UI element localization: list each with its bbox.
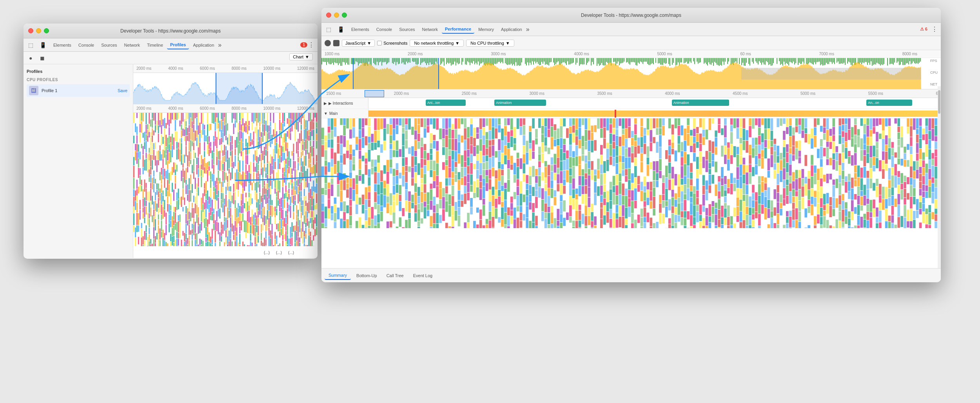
device-icon[interactable]: 📱 bbox=[38, 41, 48, 49]
bottom-tabs: Summary Bottom-Up Call Tree Event Log bbox=[321, 268, 941, 282]
interactions-content: Ani...ion Animation Animation An...on bbox=[368, 98, 941, 107]
main-expand-icon[interactable]: ▼ bbox=[324, 111, 328, 116]
main-label: ▼ Main bbox=[321, 109, 368, 118]
save-profile-btn[interactable]: Save bbox=[118, 88, 127, 93]
right-tab-elements[interactable]: Elements bbox=[348, 25, 372, 33]
tab-console[interactable]: Console bbox=[75, 41, 97, 49]
tab-profiles[interactable]: Profiles bbox=[167, 41, 189, 49]
vertical-scrollbar[interactable] bbox=[938, 86, 941, 268]
maximize-button[interactable] bbox=[44, 28, 49, 33]
right-settings-icon[interactable]: ⋮ bbox=[931, 25, 938, 33]
anim-bar-1: Ani...ion bbox=[426, 100, 466, 106]
record-btn[interactable]: ● bbox=[27, 54, 34, 62]
inspect-icon[interactable]: ⬚ bbox=[27, 41, 35, 49]
warning-badge: ⚠ 6 bbox=[917, 27, 931, 32]
right-tab-application[interactable]: Application bbox=[498, 25, 525, 33]
mark-10000: 10000 ms bbox=[263, 66, 281, 71]
left-toolbar: ● ◼ Chart ▼ bbox=[24, 52, 318, 64]
bottom-up-tab[interactable]: Bottom-Up bbox=[352, 272, 381, 280]
perf-overview: 1000 ms 2000 ms 3000 ms 4000 ms 5000 ms … bbox=[321, 50, 941, 89]
interactions-label: ▶ ▶ Interactions bbox=[321, 98, 368, 109]
sm-3000: 3000 ms bbox=[530, 91, 544, 96]
perf-stop-btn[interactable] bbox=[333, 40, 339, 46]
right-tab-performance[interactable]: Performance bbox=[442, 25, 474, 34]
sm-1500: 1500 ms bbox=[326, 91, 341, 96]
js-select[interactable]: JavaScript ▼ bbox=[342, 40, 375, 47]
network-throttle-label: No network throttling bbox=[414, 41, 454, 45]
mark-4000: 4000 ms bbox=[168, 66, 183, 71]
sm-4500: 4500 ms bbox=[733, 91, 748, 96]
mark2-10000: 10000 ms bbox=[263, 106, 281, 111]
right-minimize-button[interactable] bbox=[334, 13, 339, 18]
svg-rect-1 bbox=[32, 89, 33, 92]
right-inspect-icon[interactable]: ⬚ bbox=[325, 25, 333, 33]
call-tree-tab[interactable]: Call Tree bbox=[383, 272, 408, 280]
tab-network[interactable]: Network bbox=[121, 41, 143, 49]
tab-timeline[interactable]: Timeline bbox=[144, 41, 166, 49]
stop-btn[interactable]: ◼ bbox=[38, 54, 47, 62]
right-tab-console[interactable]: Console bbox=[373, 25, 395, 33]
left-devtools-window: Developer Tools - https://www.google.com… bbox=[24, 24, 318, 259]
scrollbar-thumb[interactable] bbox=[938, 90, 940, 114]
left-panel: Profiles CPU PROFILES Profile 1 Save bbox=[24, 64, 133, 258]
profile-icon bbox=[29, 86, 38, 95]
chart-ruler-bottom: 2000 ms 4000 ms 6000 ms 8000 ms 10000 ms… bbox=[133, 104, 318, 113]
interactions-text: ▶ Interactions bbox=[328, 101, 353, 105]
pr-3000: 3000 ms bbox=[491, 52, 506, 56]
timeline-selection-box bbox=[365, 90, 384, 97]
tab-application[interactable]: Application bbox=[190, 41, 217, 49]
event-log-tab[interactable]: Event Log bbox=[409, 272, 437, 280]
red-marker bbox=[615, 110, 616, 118]
network-throttle-select[interactable]: No network throttling ▼ bbox=[410, 40, 464, 47]
right-more-tabs[interactable]: » bbox=[526, 26, 530, 33]
main-flame-chart bbox=[321, 118, 941, 228]
cpu-throttle-select[interactable]: No CPU throttling ▼ bbox=[466, 40, 514, 47]
tab-sources[interactable]: Sources bbox=[98, 41, 120, 49]
right-devtools-window: Developer Tools - https://www.google.com… bbox=[321, 8, 941, 282]
cb-box bbox=[377, 41, 382, 45]
right-tab-sources[interactable]: Sources bbox=[396, 25, 418, 33]
summary-tab[interactable]: Summary bbox=[325, 271, 351, 280]
settings-icon[interactable]: ⋮ bbox=[308, 41, 314, 49]
mark-8000: 8000 ms bbox=[232, 66, 247, 71]
cpu-throttle-arrow: ▼ bbox=[506, 41, 510, 45]
pr-1000: 1000 ms bbox=[325, 52, 339, 56]
perf-record-btn[interactable] bbox=[325, 40, 331, 46]
svg-rect-3 bbox=[34, 90, 34, 92]
tab-elements[interactable]: Elements bbox=[50, 41, 74, 49]
js-select-label: JavaScript bbox=[345, 41, 365, 45]
screenshots-checkbox[interactable]: Screenshots bbox=[377, 41, 407, 45]
chart-area: 2000 ms 4000 ms 6000 ms 8000 ms 10000 ms… bbox=[133, 64, 318, 258]
mark2-6000: 6000 ms bbox=[200, 106, 215, 111]
main-text: Main bbox=[329, 111, 338, 116]
interactions-track-row: ▶ ▶ Interactions Ani...ion Animation Ani… bbox=[321, 98, 941, 109]
right-maximize-button[interactable] bbox=[342, 13, 347, 18]
main-track-header: ▼ Main bbox=[321, 109, 941, 118]
error-badge: 1 bbox=[300, 42, 307, 47]
ellipsis-3: (...) bbox=[288, 251, 294, 255]
anim-bar-2: Animation bbox=[494, 100, 546, 106]
close-button[interactable] bbox=[28, 28, 33, 33]
mark2-4000: 4000 ms bbox=[168, 106, 183, 111]
more-tabs-icon[interactable]: » bbox=[218, 42, 221, 49]
cpu-profiles-label: CPU PROFILES bbox=[27, 78, 130, 82]
right-close-button[interactable] bbox=[326, 13, 331, 18]
right-device-icon[interactable]: 📱 bbox=[336, 25, 346, 33]
sm-2500: 2500 ms bbox=[462, 91, 477, 96]
mark2-8000: 8000 ms bbox=[232, 106, 247, 111]
profile-1-item[interactable]: Profile 1 Save bbox=[27, 84, 130, 97]
pr-7000: 7000 ms bbox=[819, 52, 834, 56]
pr-4000: 4000 ms bbox=[574, 52, 589, 56]
overview-selection bbox=[353, 58, 439, 89]
pr-5000: 5000 ms bbox=[657, 52, 672, 56]
right-tab-memory[interactable]: Memory bbox=[475, 25, 497, 33]
right-tab-network[interactable]: Network bbox=[419, 25, 441, 33]
traffic-lights bbox=[28, 28, 49, 33]
chart-select[interactable]: Chart ▼ bbox=[289, 53, 313, 60]
interactions-expand-icon[interactable]: ▶ bbox=[324, 101, 327, 105]
profiles-title: Profiles bbox=[27, 67, 130, 75]
overview-chart bbox=[133, 73, 318, 104]
perf-labels: FPS CPU NET bbox=[930, 58, 938, 86]
perf-toolbar: JavaScript ▼ Screenshots No network thro… bbox=[321, 36, 941, 50]
minimize-button[interactable] bbox=[36, 28, 41, 33]
